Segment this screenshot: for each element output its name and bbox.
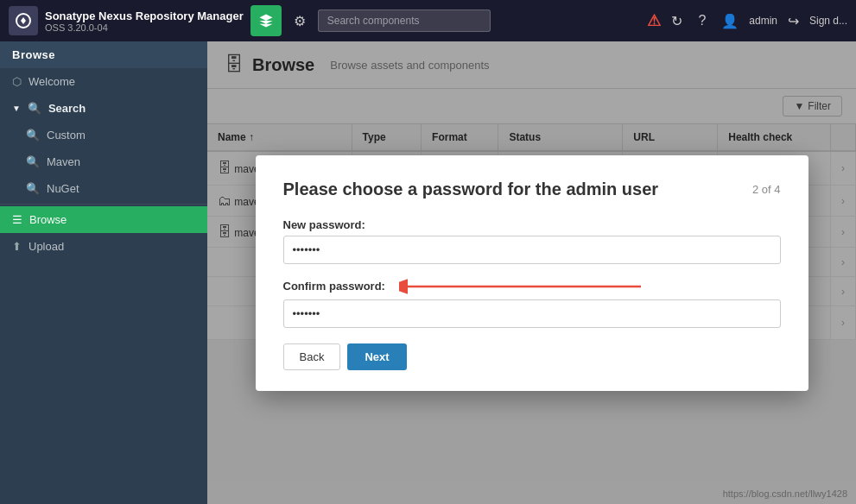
settings-icon[interactable]: ⚙ xyxy=(289,9,311,33)
sidebar-item-upload[interactable]: ⬆ Upload xyxy=(0,233,207,260)
sidebar: Browse ⬡ Welcome ▼ 🔍 Search 🔍 Custom 🔍 M… xyxy=(0,41,207,504)
search-icon: 🔍 xyxy=(28,102,41,115)
sidebar-item-maven[interactable]: 🔍 Maven xyxy=(0,148,207,175)
sidebar-item-label: Browse xyxy=(29,213,67,226)
upload-icon: ⬆ xyxy=(12,240,22,253)
sidebar-divider xyxy=(0,204,207,205)
search-nuget-icon: 🔍 xyxy=(26,182,40,195)
triangle-icon: ▼ xyxy=(12,104,21,113)
app-name: Sonatype Nexus Repository Manager xyxy=(45,9,244,22)
sidebar-item-label: Custom xyxy=(47,129,86,142)
new-password-field: New password: xyxy=(283,218,781,264)
modal-title: Please choose a password for the admin u… xyxy=(283,180,659,199)
sidebar-item-welcome[interactable]: ⬡ Welcome xyxy=(0,68,207,95)
logo-icon xyxy=(9,6,38,35)
sidebar-item-custom[interactable]: 🔍 Custom xyxy=(0,122,207,148)
next-button[interactable]: Next xyxy=(347,343,406,370)
search-maven-icon: 🔍 xyxy=(26,155,40,168)
new-password-label: New password: xyxy=(283,218,781,231)
back-button[interactable]: Back xyxy=(283,343,341,370)
box-icon[interactable] xyxy=(250,5,282,36)
confirm-password-label: Confirm password: xyxy=(283,280,385,293)
modal-buttons: Back Next xyxy=(283,343,781,370)
modal-overlay: Please choose a password for the admin u… xyxy=(207,41,856,504)
layout: Browse ⬡ Welcome ▼ 🔍 Search 🔍 Custom 🔍 M… xyxy=(0,41,856,504)
search-sub-icon: 🔍 xyxy=(26,129,40,142)
confirm-password-field: Confirm password: xyxy=(283,278,781,328)
user-icon[interactable]: 👤 xyxy=(716,9,744,33)
sidebar-item-nuget[interactable]: 🔍 NuGet xyxy=(0,175,207,202)
password-modal: Please choose a password for the admin u… xyxy=(256,155,808,391)
sidebar-item-label: Welcome xyxy=(29,75,75,88)
hexagon-icon: ⬡ xyxy=(12,75,22,88)
username: admin xyxy=(749,15,777,27)
new-password-input[interactable] xyxy=(283,236,781,264)
main-content: 🗄 Browse Browse assets and components ▼ … xyxy=(207,41,856,504)
sidebar-item-search[interactable]: ▼ 🔍 Search xyxy=(0,95,207,122)
sidebar-header: Browse xyxy=(0,41,207,68)
header-actions: ⚠ ↻ ? 👤 admin ↪ Sign d... xyxy=(647,9,847,33)
warning-icon: ⚠ xyxy=(647,11,661,30)
confirm-password-input[interactable] xyxy=(283,299,781,328)
app-version: OSS 3.20.0-04 xyxy=(45,22,244,33)
sidebar-item-label: NuGet xyxy=(47,182,79,195)
sidebar-item-label: Maven xyxy=(47,155,80,168)
signout-label[interactable]: Sign d... xyxy=(809,15,847,27)
app-header: Sonatype Nexus Repository Manager OSS 3.… xyxy=(0,0,856,41)
help-icon[interactable]: ? xyxy=(693,9,711,32)
modal-step: 2 of 4 xyxy=(752,183,781,196)
signout-icon[interactable]: ↪ xyxy=(783,9,804,33)
sidebar-item-browse[interactable]: ☰ Browse xyxy=(0,206,207,233)
red-arrow-icon xyxy=(399,278,641,295)
modal-header: Please choose a password for the admin u… xyxy=(283,180,781,199)
search-input[interactable] xyxy=(318,9,491,32)
refresh-icon[interactable]: ↻ xyxy=(666,9,688,33)
sidebar-item-label: Upload xyxy=(29,240,64,253)
sidebar-item-label: Search xyxy=(48,102,86,115)
browse-icon: ☰ xyxy=(12,213,22,226)
app-logo: Sonatype Nexus Repository Manager OSS 3.… xyxy=(9,6,244,35)
